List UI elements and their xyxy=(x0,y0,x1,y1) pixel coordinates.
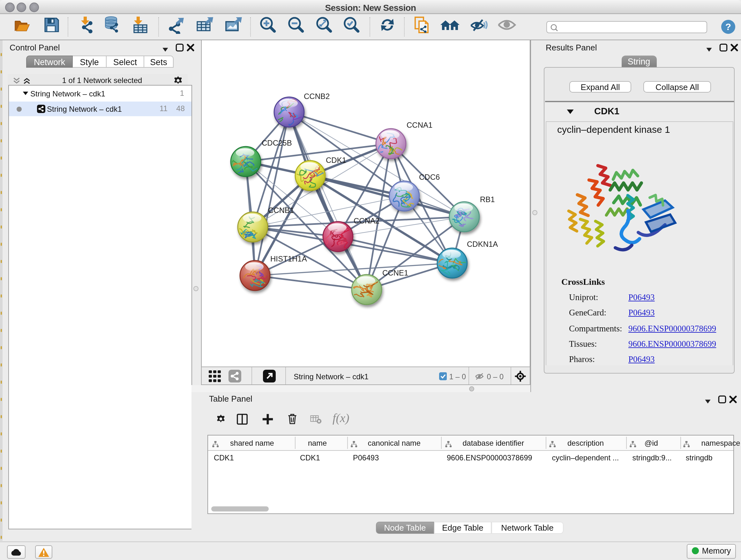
svg-text:RB1: RB1 xyxy=(480,195,495,204)
svg-text:CDC25B: CDC25B xyxy=(262,138,292,147)
svg-text:CCNE1: CCNE1 xyxy=(382,268,408,277)
svg-text:CCNA2: CCNA2 xyxy=(354,216,380,225)
svg-text:CCNB2: CCNB2 xyxy=(304,92,330,101)
svg-text:CDC6: CDC6 xyxy=(419,173,440,181)
svg-text:CDKN1A: CDKN1A xyxy=(467,240,498,248)
svg-text:CCNB1: CCNB1 xyxy=(268,206,294,214)
svg-text:CCNA1: CCNA1 xyxy=(407,121,432,129)
svg-text:HIST1H1A: HIST1H1A xyxy=(270,254,307,263)
svg-text:CDK1: CDK1 xyxy=(326,156,346,165)
